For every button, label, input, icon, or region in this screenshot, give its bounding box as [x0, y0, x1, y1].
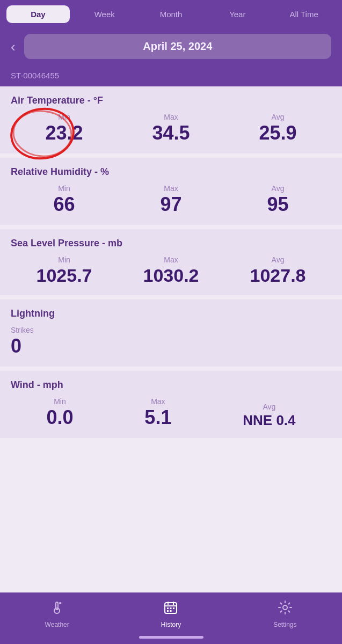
- wind-max-label: Max: [151, 397, 165, 406]
- svg-rect-13: [167, 610, 169, 612]
- humidity-avg-value: 95: [267, 195, 288, 214]
- nav-history-label: History: [161, 621, 181, 628]
- station-id: ST-00046455: [0, 68, 342, 86]
- pressure-min-value: 1025.7: [37, 266, 92, 284]
- pressure-section: Sea Level Pressure - mb Min 1025.7 Max 1…: [0, 229, 342, 299]
- wind-avg: Avg NNE 0.4: [243, 402, 295, 427]
- humidity-avg-label: Avg: [272, 184, 285, 193]
- humidity-min: Min 66: [53, 184, 75, 214]
- pressure-metrics: Min 1025.7 Max 1030.2 Avg 1027.8: [11, 255, 331, 284]
- nav-settings-label: Settings: [273, 621, 296, 628]
- wind-avg-label: Avg: [263, 402, 275, 411]
- back-button[interactable]: ‹: [11, 40, 16, 54]
- thermometer-icon: °: [49, 600, 64, 619]
- lightning-strikes-label: Strikes: [11, 326, 34, 334]
- svg-rect-12: [173, 608, 174, 609]
- nav-settings[interactable]: Settings: [228, 598, 342, 631]
- air-temp-max-label: Max: [164, 113, 178, 121]
- wind-min-value: 0.0: [46, 408, 73, 427]
- tab-year[interactable]: Year: [206, 5, 269, 23]
- lightning-title: Lightning: [11, 308, 331, 319]
- air-temp-min: Min 23.2: [45, 113, 83, 143]
- nav-history[interactable]: History: [114, 598, 228, 631]
- air-temp-avg-value: 25.9: [259, 123, 296, 143]
- humidity-title: Relative Humidity - %: [11, 166, 331, 178]
- pressure-min-label: Min: [58, 255, 70, 264]
- air-temperature-metrics: Min 23.2 Max 34.5 Avg 25.9: [11, 113, 331, 143]
- lightning-strikes-value: 0: [11, 336, 21, 356]
- nav-weather[interactable]: ° Weather: [0, 598, 114, 631]
- svg-rect-14: [170, 610, 172, 612]
- humidity-min-label: Min: [58, 184, 70, 193]
- air-temp-max-value: 34.5: [152, 123, 190, 143]
- wind-min-label: Min: [54, 397, 66, 406]
- lightning-metric: Strikes 0: [11, 326, 331, 356]
- pressure-avg-label: Avg: [272, 255, 285, 264]
- current-date[interactable]: April 25, 2024: [24, 34, 331, 59]
- humidity-max: Max 97: [160, 184, 181, 214]
- tab-day[interactable]: Day: [6, 5, 70, 23]
- wind-title: Wind - mph: [11, 379, 331, 391]
- pressure-title: Sea Level Pressure - mb: [11, 238, 331, 249]
- pressure-max: Max 1030.2: [143, 255, 199, 284]
- humidity-min-value: 66: [53, 195, 75, 214]
- date-nav: ‹ April 25, 2024: [0, 28, 342, 68]
- humidity-section: Relative Humidity - % Min 66 Max 97 Avg …: [0, 158, 342, 229]
- pressure-avg: Avg 1027.8: [250, 255, 306, 284]
- svg-point-15: [283, 605, 287, 610]
- wind-min: Min 0.0: [46, 397, 73, 427]
- svg-text:°: °: [60, 602, 62, 606]
- humidity-avg: Avg 95: [267, 184, 288, 214]
- humidity-metrics: Min 66 Max 97 Avg 95: [11, 184, 331, 214]
- svg-point-2: [54, 608, 60, 613]
- tab-alltime[interactable]: All Time: [272, 5, 336, 23]
- air-temp-max: Max 34.5: [152, 113, 190, 143]
- nav-weather-label: Weather: [45, 621, 69, 628]
- wind-avg-value: NNE 0.4: [243, 413, 295, 427]
- home-bar: [139, 636, 203, 639]
- tab-week[interactable]: Week: [73, 5, 136, 23]
- pressure-avg-value: 1027.8: [250, 266, 306, 284]
- gear-icon: [278, 600, 293, 619]
- air-temperature-title: Air Temperature - °F: [11, 95, 331, 106]
- pressure-max-value: 1030.2: [143, 266, 199, 284]
- pressure-max-label: Max: [164, 255, 178, 264]
- wind-section: Wind - mph Min 0.0 Max 5.1 Avg NNE 0.4: [0, 371, 342, 442]
- air-temp-avg-label: Avg: [272, 113, 285, 121]
- bottom-nav: ° Weather History: [0, 592, 342, 633]
- svg-rect-10: [167, 608, 169, 609]
- air-temperature-section: Air Temperature - °F Min 23.2 Max 34.5 A…: [0, 86, 342, 158]
- tab-month[interactable]: Month: [140, 5, 203, 23]
- calendar-icon: [163, 600, 178, 619]
- svg-rect-11: [170, 608, 172, 609]
- wind-max: Max 5.1: [144, 397, 171, 427]
- air-temp-min-value: 23.2: [45, 123, 83, 143]
- home-indicator: [0, 633, 342, 644]
- wind-metrics: Min 0.0 Max 5.1 Avg NNE 0.4: [11, 397, 331, 427]
- air-temp-avg: Avg 25.9: [259, 113, 296, 143]
- humidity-max-label: Max: [164, 184, 178, 193]
- pressure-min: Min 1025.7: [37, 255, 92, 284]
- wind-max-value: 5.1: [144, 408, 171, 427]
- lightning-section: Lightning Strikes 0: [0, 299, 342, 371]
- tab-bar: Day Week Month Year All Time: [0, 0, 342, 28]
- humidity-max-value: 97: [160, 195, 181, 214]
- air-temp-min-label: Min: [58, 113, 70, 121]
